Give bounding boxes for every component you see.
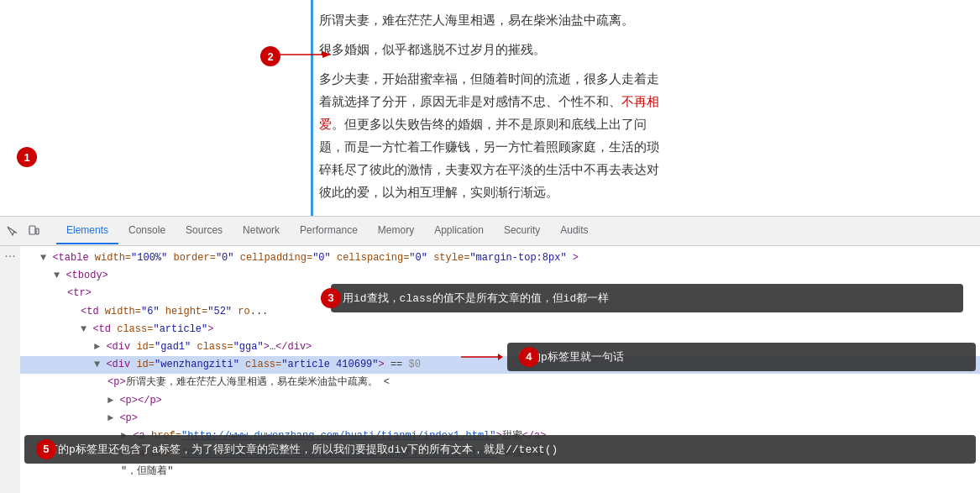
tree-line-td-article[interactable]: ▼ <td class="article"> — [20, 321, 980, 338]
tree-line-tbody[interactable]: ▼ <tbody> — [20, 267, 980, 285]
tab-elements[interactable]: Elements — [56, 218, 118, 244]
html-tree: ▼ <table width="100%" border="0" cellpad… — [20, 246, 980, 493]
tab-audits[interactable]: Audits — [550, 218, 598, 244]
device-icon[interactable] — [26, 223, 41, 239]
devtools-icon-group — [4, 223, 48, 239]
callout-4: 4 有的p标签里就一句话 — [507, 343, 976, 371]
annotation-3-badge: 3 — [321, 288, 341, 308]
cursor-icon[interactable] — [4, 223, 19, 239]
tree-line-p-empty[interactable]: ► <p></p> — [20, 392, 980, 410]
arrow-4 — [461, 350, 503, 364]
callout-5: 5 但有的p标签里还包含了a标签，为了得到文章的完整性，所以我们要提取div下的… — [24, 435, 976, 464]
devtools-panel: Elements Console Sources Network Perform… — [0, 217, 980, 493]
tab-network[interactable]: Network — [233, 218, 290, 244]
tree-line-text-dansuizhe: "，但随着" — [20, 463, 980, 480]
annotation-4-badge: 4 — [519, 347, 539, 367]
callout-3: 3 用id查找，class的值不是所有文章的值，但id都一样 — [331, 284, 963, 312]
webpage-text-block: 所谓夫妻，难在茫茫人海里相遇，易在柴米油盐中疏离。 很多婚姻，似乎都逃脱不过岁月… — [319, 8, 963, 203]
tab-application[interactable]: Application — [424, 218, 494, 244]
tab-sources[interactable]: Sources — [176, 218, 233, 244]
tree-line-table[interactable]: ▼ <table width="100%" border="0" cellpad… — [20, 249, 980, 267]
text-span-1: 多少夫妻，开始甜蜜幸福，但随着时间的流逝，很多人走着走 着就选择了分开，原因无非… — [319, 71, 659, 108]
tree-line-p-suowei[interactable]: <p>所谓夫妻，难在茫茫人海里相遇，易在柴米油盐中疏离。 < — [20, 374, 980, 391]
text-line-1: 所谓夫妻，难在茫茫人海里相遇，易在柴米油盐中疏离。 — [319, 8, 963, 31]
devtools-tabs-bar: Elements Console Sources Network Perform… — [0, 217, 980, 246]
text-span-2: 。但更多以失败告终的婚姻，并不是原则和底线上出了问 题，而是一方忙着工作赚钱，另… — [319, 117, 659, 199]
annotation-1: 1 — [17, 147, 37, 167]
webpage-content: 1 2 所谓夫妻，难在茫茫人海里相遇，易在柴米油盐中疏离。 很多婚姻，似乎都逃脱… — [0, 0, 980, 217]
annotation-2: 2 — [260, 46, 280, 66]
tree-line-p-3[interactable]: ► <p> — [20, 410, 980, 427]
svg-rect-2 — [29, 226, 35, 234]
tab-console[interactable]: Console — [118, 218, 176, 244]
tab-security[interactable]: Security — [494, 218, 550, 244]
devtools-content-area: … ▼ <table width="100%" border="0" cellp… — [0, 246, 980, 493]
tab-memory[interactable]: Memory — [368, 218, 424, 244]
annotation-5-badge: 5 — [36, 439, 56, 459]
callout-5-text: 但有的p标签里还包含了a标签，为了得到文章的完整性，所以我们要提取div下的所有… — [36, 442, 558, 457]
svg-rect-3 — [36, 228, 39, 234]
callout-3-text: 用id查找，class的值不是所有文章的值，但id都一样 — [343, 292, 609, 305]
text-line-3: 多少夫妻，开始甜蜜幸福，但随着时间的流逝，很多人走着走 着就选择了分开，原因无非… — [319, 67, 963, 203]
tab-performance[interactable]: Performance — [290, 218, 368, 244]
three-dots-menu[interactable]: … — [0, 246, 20, 493]
text-line-2: 很多婚姻，似乎都逃脱不过岁月的摧残。 — [319, 38, 963, 60]
svg-marker-5 — [498, 354, 503, 360]
